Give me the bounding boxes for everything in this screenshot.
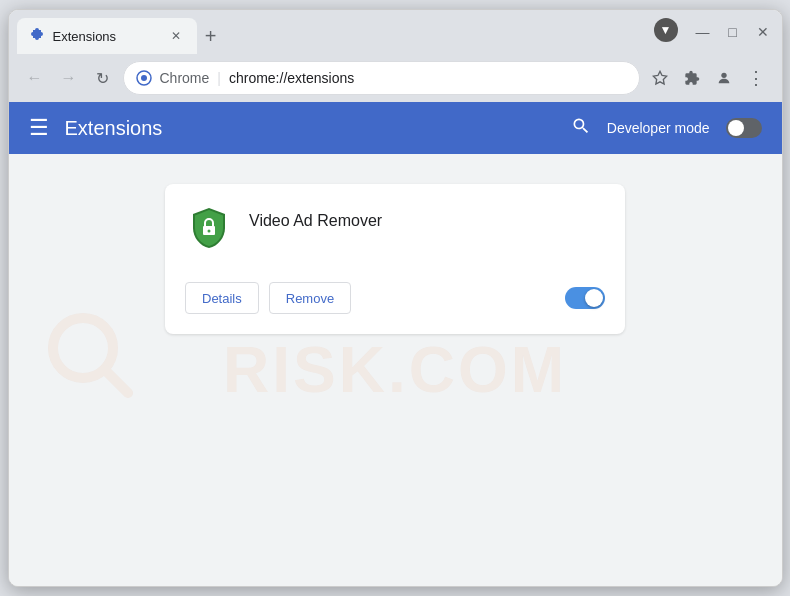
omnibox[interactable]: Chrome | chrome://extensions — [123, 61, 640, 95]
extension-card-footer: Details Remove — [185, 282, 605, 314]
extension-name: Video Ad Remover — [249, 204, 382, 230]
extensions-header: ☰ Extensions Developer mode — [9, 102, 782, 154]
forward-button[interactable]: → — [55, 64, 83, 92]
svg-point-7 — [208, 230, 211, 233]
profile-button[interactable]: ▼ — [654, 18, 678, 42]
extension-icon — [185, 204, 233, 252]
bookmark-button[interactable] — [646, 64, 674, 92]
forward-icon: → — [61, 69, 77, 87]
active-tab[interactable]: Extensions ✕ — [17, 18, 197, 54]
extension-card-header: Video Ad Remover — [185, 204, 605, 252]
refresh-button[interactable]: ↻ — [89, 64, 117, 92]
tab-strip: Extensions ✕ + — [17, 10, 648, 54]
maximize-button[interactable]: □ — [722, 21, 744, 43]
extensions-button[interactable] — [678, 64, 706, 92]
omnibox-url: chrome://extensions — [229, 70, 354, 86]
back-button[interactable]: ← — [21, 64, 49, 92]
chrome-icon — [136, 70, 152, 86]
refresh-icon: ↻ — [96, 69, 109, 88]
close-button[interactable]: ✕ — [752, 21, 774, 43]
more-menu-button[interactable]: ⋮ — [742, 64, 770, 92]
window-controls: — □ ✕ — [684, 21, 774, 43]
search-icon[interactable] — [571, 116, 591, 141]
profile-avatar[interactable] — [710, 64, 738, 92]
extension-card: Video Ad Remover Details Remove — [165, 184, 625, 334]
tab-title: Extensions — [53, 29, 159, 44]
extension-toggle-knob — [585, 289, 603, 307]
developer-mode-label: Developer mode — [607, 120, 710, 136]
omnibox-separator: | — [217, 70, 221, 86]
title-bar: Extensions ✕ + ▼ — □ ✕ — [9, 10, 782, 54]
chrome-label: Chrome — [160, 70, 210, 86]
svg-point-4 — [53, 318, 113, 378]
remove-button[interactable]: Remove — [269, 282, 351, 314]
browser-window: Extensions ✕ + ▼ — □ ✕ ← → ↻ — [8, 9, 783, 587]
watermark: RISK.COM — [223, 338, 567, 402]
extensions-page-title: Extensions — [65, 117, 555, 140]
tab-close-button[interactable]: ✕ — [167, 27, 185, 45]
toggle-knob — [728, 120, 744, 136]
svg-point-1 — [141, 75, 147, 81]
toolbar-icons: ⋮ — [646, 64, 770, 92]
extension-enabled-toggle[interactable] — [565, 287, 605, 309]
extensions-content: RISK.COM Video Ad Remover Details Remove — [9, 154, 782, 586]
svg-point-3 — [721, 73, 726, 78]
details-button[interactable]: Details — [185, 282, 259, 314]
tab-favicon — [29, 28, 45, 44]
developer-mode-toggle[interactable] — [726, 118, 762, 138]
minimize-button[interactable]: — — [692, 21, 714, 43]
back-icon: ← — [27, 69, 43, 87]
menu-icon[interactable]: ☰ — [29, 115, 49, 141]
address-bar: ← → ↻ Chrome | chrome://extensions — [9, 54, 782, 102]
watermark-text: RISK.COM — [223, 338, 567, 402]
svg-line-5 — [105, 370, 128, 393]
new-tab-button[interactable]: + — [197, 22, 225, 50]
svg-marker-2 — [653, 71, 666, 84]
